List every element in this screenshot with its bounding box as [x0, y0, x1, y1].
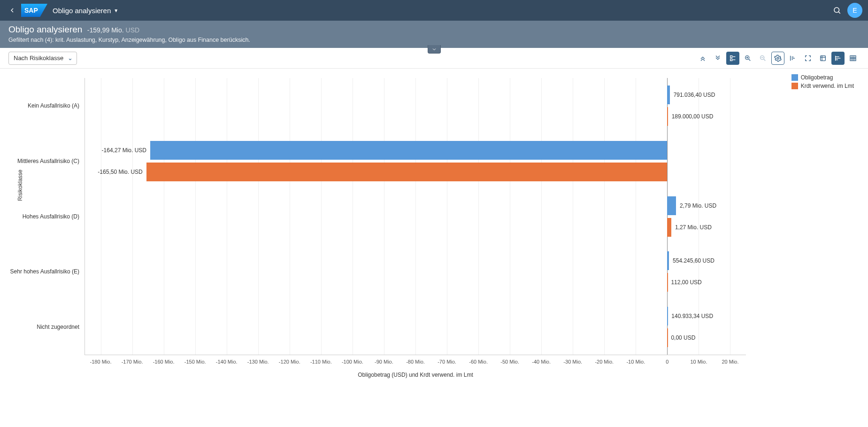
zoom-out-icon: [756, 52, 769, 65]
category-label: Sehr hohes Ausfallrisiko (E): [5, 268, 85, 275]
bookmark-icon[interactable]: [816, 52, 830, 65]
app-title-menu[interactable]: Obligo analysieren ▼: [53, 7, 118, 15]
svg-rect-4: [730, 55, 732, 57]
chart-area: Obligobetrag Krdt verwend. im Lmt Risiko…: [0, 69, 868, 427]
bar-value-label: 1,27 Mio. USD: [675, 224, 712, 231]
x-axis-title: Obligobetrag (USD) und Krdt verwend. im …: [358, 372, 473, 378]
x-tick-label: -160 Mio.: [153, 359, 175, 365]
x-tick-label: -70 Mio.: [438, 359, 456, 365]
fullscreen-icon[interactable]: [801, 52, 814, 65]
sap-logo: SAP: [21, 5, 48, 16]
page-kpi: -159,99 Mio. USD: [87, 26, 139, 34]
shell-header: SAP Obligo analysieren ▼ E: [0, 0, 868, 21]
x-tick-label: -10 Mio.: [626, 359, 645, 365]
bar[interactable]: [150, 141, 667, 160]
bar-value-label: -164,27 Mio. USD: [102, 147, 146, 154]
svg-rect-16: [821, 55, 826, 61]
chart-view-icon[interactable]: [831, 52, 845, 65]
bar[interactable]: [667, 328, 668, 347]
bar[interactable]: [667, 107, 668, 126]
bar-value-label: 112,00 USD: [671, 279, 701, 286]
bar[interactable]: [146, 163, 668, 181]
svg-point-2: [834, 8, 839, 13]
x-tick-label: -100 Mio.: [342, 359, 363, 365]
filter-summary: Gefiltert nach (4): krit. Auslastung, Ku…: [8, 37, 860, 43]
category-label: Hohes Ausfallrisiko (D): [5, 213, 85, 220]
page-title: Obligo analysieren: [8, 24, 82, 34]
x-tick-label: -130 Mio.: [247, 359, 269, 365]
svg-line-11: [749, 59, 750, 61]
svg-rect-6: [730, 59, 732, 61]
legend-swatch-obligobetrag: [791, 74, 798, 81]
bar-value-label: -165,50 Mio. USD: [98, 169, 142, 175]
dimension-dropdown[interactable]: Nach Risikoklasse ⌄: [8, 52, 77, 65]
search-icon[interactable]: [830, 3, 845, 18]
bar-value-label: 2,79 Mio. USD: [680, 202, 716, 209]
x-tick-label: -30 Mio.: [563, 359, 582, 365]
header-expand-button[interactable]: [428, 45, 441, 54]
drill-down-icon[interactable]: [711, 52, 724, 65]
bar[interactable]: [667, 218, 671, 237]
bar[interactable]: [667, 273, 668, 292]
bar[interactable]: [667, 196, 676, 215]
x-tick-label: -110 Mio.: [310, 359, 332, 365]
bar-value-label: 554.245,60 USD: [673, 257, 714, 264]
chart-legend: Obligobetrag Krdt verwend. im Lmt: [791, 74, 854, 91]
bar-value-label: 140.933,34 USD: [671, 313, 713, 319]
bar-value-label: 0,00 USD: [671, 334, 695, 341]
back-button[interactable]: [6, 4, 19, 17]
x-tick-label: -120 Mio.: [279, 359, 300, 365]
toggle-legend-icon[interactable]: [726, 52, 739, 65]
category-label: Mittleres Ausfallrisiko (C): [5, 158, 85, 164]
app-title-text: Obligo analysieren: [53, 7, 111, 15]
svg-point-15: [777, 57, 779, 59]
table-view-icon[interactable]: [846, 52, 860, 65]
x-tick-label: 10 Mio.: [690, 359, 707, 365]
y-axis-title: Risikoklasse: [17, 169, 23, 201]
svg-text:SAP: SAP: [24, 7, 38, 14]
bar[interactable]: [667, 307, 668, 326]
x-tick-label: -50 Mio.: [500, 359, 519, 365]
category-label: Kein Ausfallrisiko (A): [5, 102, 85, 109]
bar-value-label: 791.036,40 USD: [674, 92, 715, 98]
x-tick-label: -140 Mio.: [216, 359, 238, 365]
x-tick-label: -80 Mio.: [406, 359, 425, 365]
category-label: Nicht zugeordnet: [5, 324, 85, 330]
drill-up-icon[interactable]: [696, 52, 709, 65]
chevron-down-icon: ⌄: [68, 54, 73, 62]
caret-down-icon: ▼: [114, 8, 118, 13]
svg-line-14: [764, 59, 765, 61]
svg-line-3: [838, 12, 840, 13]
bar[interactable]: [667, 251, 669, 270]
settings-icon[interactable]: [771, 52, 784, 65]
zoom-in-icon[interactable]: [741, 52, 754, 65]
x-tick-label: -150 Mio.: [184, 359, 206, 365]
x-tick-label: -40 Mio.: [532, 359, 551, 365]
jump-to-icon[interactable]: [786, 52, 799, 65]
x-tick-label: 0: [666, 359, 668, 365]
page-subheader: Obligo analysieren -159,99 Mio. USD Gefi…: [0, 21, 868, 48]
chart-plot[interactable]: Risikoklasse Obligobetrag (USD) und Krdt…: [84, 78, 746, 355]
bar[interactable]: [667, 85, 669, 104]
x-tick-label: -20 Mio.: [595, 359, 614, 365]
x-tick-label: -170 Mio.: [122, 359, 143, 365]
x-tick-label: 20 Mio.: [722, 359, 738, 365]
user-avatar[interactable]: E: [847, 3, 862, 18]
x-tick-label: -180 Mio.: [90, 359, 112, 365]
bar-value-label: 189.000,00 USD: [672, 113, 714, 120]
x-tick-label: -90 Mio.: [375, 359, 393, 365]
x-tick-label: -60 Mio.: [469, 359, 488, 365]
legend-swatch-kredit: [791, 83, 798, 89]
svg-rect-23: [850, 55, 856, 61]
